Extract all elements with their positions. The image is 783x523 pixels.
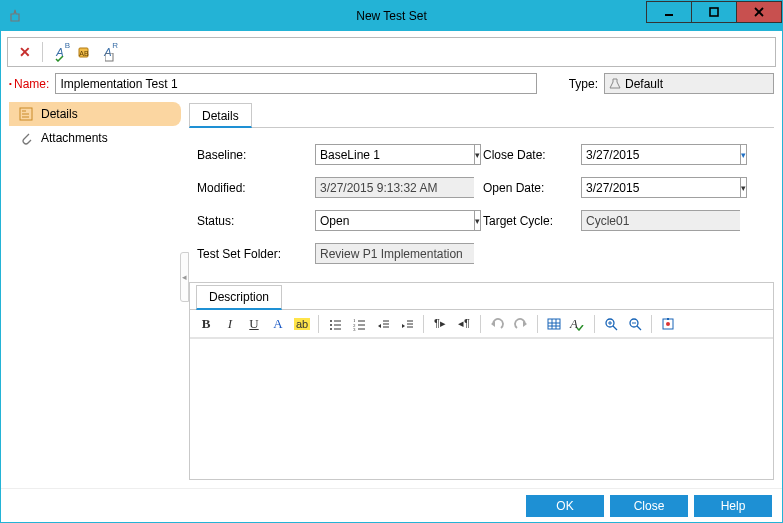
zoom-in-button[interactable] (601, 313, 621, 335)
number-list-button[interactable]: 123 (349, 313, 369, 335)
svg-marker-27 (402, 324, 405, 328)
test-set-folder-field (315, 243, 465, 264)
maximize-button[interactable] (691, 1, 737, 23)
chevron-down-icon[interactable]: ▾ (740, 144, 747, 165)
tab-details[interactable]: Details (189, 103, 252, 128)
ltr-button[interactable]: ¶▸ (430, 313, 450, 335)
main-tabstrip: Details (189, 102, 774, 128)
outdent-button[interactable] (373, 313, 393, 335)
toolbar-separator (42, 42, 43, 62)
close-button[interactable]: Close (610, 495, 688, 517)
status-combo[interactable]: ▾ (315, 210, 465, 231)
svg-text:AB: AB (79, 50, 89, 57)
test-set-folder-label: Test Set Folder: (197, 247, 297, 261)
insert-table-button[interactable] (544, 313, 564, 335)
content-body: ◂ Details Baseline: ▾ Close Date: ▾ (189, 102, 774, 480)
field-options-button[interactable]: AR (97, 41, 119, 63)
dialog-window: New Test Set ✕ AB AB AR Name: Type: Defa… (0, 0, 783, 523)
description-section: Description B I U A ab 123 ¶▸ ◂¶ (189, 282, 774, 480)
svg-line-43 (637, 326, 641, 330)
svg-rect-33 (548, 319, 560, 329)
chevron-down-icon[interactable]: ▾ (474, 210, 481, 231)
bullet-list-button[interactable] (325, 313, 345, 335)
svg-point-13 (330, 324, 332, 326)
sidebar: Details Attachments (9, 102, 181, 480)
spellcheck-button[interactable]: AB (49, 41, 71, 63)
open-date-input[interactable] (581, 177, 740, 198)
collapse-sidebar-handle[interactable]: ◂ (180, 252, 189, 302)
svg-rect-1 (710, 8, 718, 16)
thesaurus-button[interactable]: AB (73, 41, 95, 63)
undo-button[interactable] (487, 313, 507, 335)
open-date-combo[interactable]: ▾ (581, 177, 701, 198)
modified-input (315, 177, 474, 198)
rtl-button[interactable]: ◂¶ (454, 313, 474, 335)
modified-field (315, 177, 465, 198)
flask-icon (609, 78, 621, 90)
svg-point-46 (666, 322, 670, 326)
description-editor[interactable] (190, 338, 773, 479)
open-date-label: Open Date: (483, 181, 563, 195)
svg-rect-47 (667, 318, 669, 320)
type-display[interactable]: Default (604, 73, 774, 94)
name-label: Name: (9, 77, 49, 91)
baseline-combo[interactable]: ▾ (315, 144, 465, 165)
modified-label: Modified: (197, 181, 297, 195)
insert-button[interactable] (658, 313, 678, 335)
highlight-button[interactable]: ab (292, 313, 312, 335)
font-color-button[interactable]: A (268, 313, 288, 335)
dialog-toolbar: ✕ AB AB AR (7, 37, 776, 67)
status-input[interactable] (315, 210, 474, 231)
close-date-label: Close Date: (483, 148, 563, 162)
close-window-button[interactable] (736, 1, 782, 23)
chevron-down-icon[interactable]: ▾ (474, 144, 481, 165)
window-controls (647, 1, 782, 23)
name-row: Name: Type: Default (1, 71, 782, 102)
target-cycle-input (581, 210, 740, 231)
dialog-footer: OK Close Help (1, 488, 782, 522)
paperclip-icon (19, 131, 33, 145)
underline-button[interactable]: U (244, 313, 264, 335)
name-input[interactable] (55, 73, 536, 94)
svg-text:3: 3 (353, 327, 356, 331)
svg-marker-23 (378, 324, 381, 328)
svg-rect-6 (105, 53, 113, 61)
help-button[interactable]: Help (694, 495, 772, 517)
details-icon (19, 107, 33, 121)
close-date-combo[interactable]: ▾ (581, 144, 701, 165)
redo-button[interactable] (511, 313, 531, 335)
minimize-button[interactable] (646, 1, 692, 23)
baseline-input[interactable] (315, 144, 474, 165)
app-icon (7, 7, 23, 23)
titlebar: New Test Set (1, 1, 782, 31)
tab-description[interactable]: Description (196, 285, 282, 310)
svg-line-39 (613, 326, 617, 330)
test-set-folder-input (315, 243, 474, 264)
sidebar-item-details[interactable]: Details (9, 102, 181, 126)
indent-button[interactable] (397, 313, 417, 335)
target-cycle-field (581, 210, 701, 231)
baseline-label: Baseline: (197, 148, 297, 162)
spellcheck-rte-button[interactable]: A (568, 313, 588, 335)
target-cycle-label: Target Cycle: (483, 214, 563, 228)
chevron-down-icon[interactable]: ▾ (740, 177, 747, 198)
sidebar-item-label: Details (41, 107, 78, 121)
type-value: Default (625, 77, 663, 91)
clear-button[interactable]: ✕ (14, 41, 36, 63)
status-label: Status: (197, 214, 297, 228)
sidebar-item-attachments[interactable]: Attachments (9, 126, 181, 150)
window-title: New Test Set (356, 9, 426, 23)
details-form: Baseline: ▾ Close Date: ▾ Modified: Open (197, 144, 766, 264)
svg-point-15 (330, 328, 332, 330)
italic-button[interactable]: I (220, 313, 240, 335)
sidebar-item-label: Attachments (41, 131, 108, 145)
svg-point-11 (330, 320, 332, 322)
close-date-input[interactable] (581, 144, 740, 165)
ok-button[interactable]: OK (526, 495, 604, 517)
zoom-out-button[interactable] (625, 313, 645, 335)
bold-button[interactable]: B (196, 313, 216, 335)
type-label: Type: (569, 77, 598, 91)
rte-toolbar: B I U A ab 123 ¶▸ ◂¶ (190, 310, 773, 338)
